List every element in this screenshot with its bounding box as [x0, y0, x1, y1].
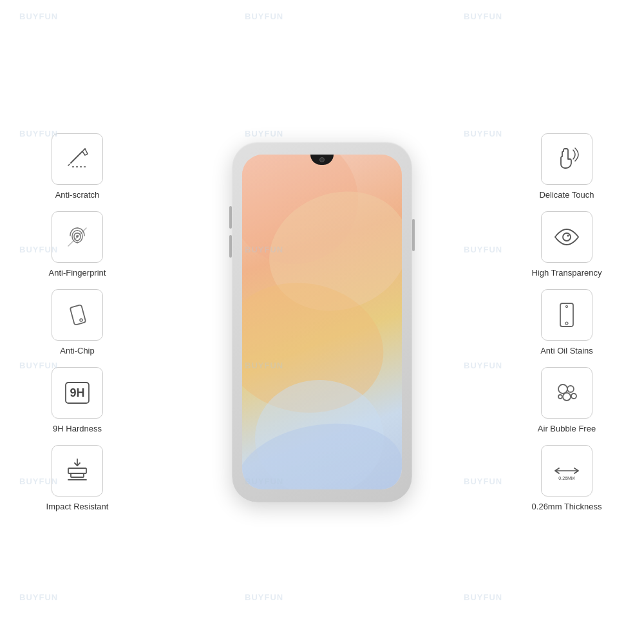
volume-up-button: [229, 206, 232, 229]
feature-thickness: 0.26MM 0.26mm Thickness: [502, 445, 631, 511]
fingerprint-icon: [63, 223, 91, 251]
anti-fingerprint-label: Anti-Fingerprint: [49, 268, 106, 278]
feature-delicate-touch: Delicate Touch: [502, 133, 631, 200]
anti-chip-icon-box: [52, 289, 103, 341]
svg-rect-12: [71, 473, 84, 477]
feature-anti-scratch: Anti-scratch: [13, 133, 142, 200]
svg-point-23: [558, 395, 562, 399]
eye-icon: [553, 223, 581, 251]
high-transparency-icon-box: [541, 211, 592, 263]
anti-scratch-label: Anti-scratch: [55, 190, 100, 200]
air-bubble-free-label: Air Bubble Free: [538, 424, 596, 433]
feature-high-transparency: High Transparency: [502, 211, 631, 278]
phone-oil-icon: [553, 301, 581, 329]
9h-hardness-icon-box: 9H: [52, 367, 103, 419]
anti-oil-stains-icon-box: [541, 289, 592, 341]
scratch-icon: [63, 145, 91, 173]
anti-scratch-icon-box: [52, 133, 103, 185]
svg-rect-7: [70, 305, 86, 325]
thickness-icon: 0.26MM: [553, 457, 581, 485]
power-button: [412, 219, 415, 251]
thickness-icon-box: 0.26MM: [541, 445, 592, 497]
feature-impact-resistant: Impact Resistant: [13, 445, 142, 511]
svg-line-0: [71, 151, 82, 163]
svg-text:9H: 9H: [70, 386, 84, 399]
svg-text:0.26MM: 0.26MM: [558, 476, 574, 480]
svg-point-22: [563, 393, 571, 401]
feature-air-bubble-free: Air Bubble Free: [502, 367, 631, 433]
anti-chip-label: Anti-Chip: [60, 346, 94, 355]
anti-oil-stains-label: Anti Oil Stains: [540, 346, 593, 355]
svg-line-2: [68, 164, 70, 166]
svg-rect-11: [68, 468, 86, 473]
thickness-label: 0.26mm Thickness: [532, 502, 602, 511]
phone-body: [232, 142, 412, 502]
air-bubble-free-icon-box: [541, 367, 592, 419]
svg-point-15: [563, 233, 571, 241]
high-transparency-label: High Transparency: [531, 268, 601, 278]
impact-resistant-icon-box: [52, 445, 103, 497]
svg-point-21: [567, 386, 574, 392]
phone-center: [142, 142, 502, 502]
9h-hardness-label: 9H Hardness: [53, 424, 102, 433]
phone-screen: [242, 155, 402, 489]
anti-fingerprint-icon-box: [52, 211, 103, 263]
feature-anti-fingerprint: Anti-Fingerprint: [13, 211, 142, 278]
feature-9h-hardness: 9H 9H Hardness: [13, 367, 142, 433]
phone-device: [232, 142, 412, 502]
volume-down-button: [229, 235, 232, 258]
feature-anti-oil-stains: Anti Oil Stains: [502, 289, 631, 355]
impact-resistant-label: Impact Resistant: [46, 502, 109, 511]
main-container: Anti-scratch Anti-Fingerprint: [0, 0, 644, 644]
9h-icon: 9H: [63, 379, 91, 407]
svg-point-20: [558, 384, 567, 393]
delicate-touch-label: Delicate Touch: [539, 190, 594, 200]
svg-point-18: [566, 305, 568, 307]
svg-rect-17: [560, 303, 573, 327]
svg-point-8: [80, 319, 82, 321]
impact-icon: [63, 457, 91, 485]
delicate-touch-icon-box: [541, 133, 592, 185]
svg-marker-4: [82, 149, 88, 155]
screen-wallpaper: [242, 155, 402, 489]
right-features-column: Delicate Touch High Transparency: [502, 133, 631, 511]
svg-point-19: [565, 322, 568, 325]
svg-point-24: [571, 393, 576, 399]
chip-icon: [63, 301, 91, 329]
svg-point-16: [567, 234, 569, 236]
bubbles-icon: [553, 379, 581, 407]
feature-anti-chip: Anti-Chip: [13, 289, 142, 355]
camera-dot: [319, 157, 325, 162]
left-features-column: Anti-scratch Anti-Fingerprint: [13, 133, 142, 511]
touch-icon: [553, 145, 581, 173]
